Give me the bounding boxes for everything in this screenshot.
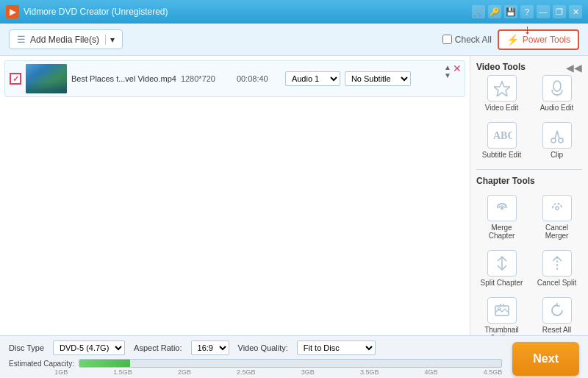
file-thumbnail bbox=[26, 64, 67, 93]
power-tools-arrow: ↓ bbox=[524, 22, 531, 38]
estimated-capacity-label: Estimated Capacity: bbox=[9, 360, 74, 368]
file-list-area: ↑ Best Places t...vel Video.mp4 1280*720… bbox=[0, 56, 470, 335]
check-all-checkbox[interactable] bbox=[442, 35, 452, 44]
svg-line-6 bbox=[555, 131, 557, 139]
bottom-left: Disc Type DVD-5 (4.7G) DVD-9 (8.5G) Aspe… bbox=[9, 340, 502, 376]
toolbar: ↓ ☰ Add Media File(s) ▾ Check All ⚡ Powe… bbox=[0, 24, 588, 56]
svg-point-8 bbox=[501, 207, 503, 210]
cancel-split-tool[interactable]: Cancel Split bbox=[531, 247, 582, 290]
file-duration: 00:08:40 bbox=[237, 74, 281, 83]
settings-row: Disc Type DVD-5 (4.7G) DVD-9 (8.5G) Aspe… bbox=[9, 340, 502, 355]
window-controls: 🛒 🔑 💾 ? — ❐ ✕ bbox=[472, 5, 582, 18]
cancel-split-label: Cancel Split bbox=[537, 279, 576, 287]
add-media-button[interactable]: ☰ Add Media File(s) ▾ bbox=[9, 29, 123, 49]
clip-icon bbox=[542, 122, 572, 149]
svg-point-9 bbox=[556, 207, 559, 210]
svg-line-7 bbox=[557, 131, 559, 139]
bottom-bar: Disc Type DVD-5 (4.7G) DVD-9 (8.5G) Aspe… bbox=[0, 335, 588, 378]
split-chapter-icon bbox=[487, 250, 517, 277]
cancel-merger-icon bbox=[542, 195, 572, 221]
merge-chapter-icon bbox=[487, 195, 517, 221]
audio-edit-tool[interactable]: Audio Edit bbox=[531, 72, 582, 115]
video-edit-icon bbox=[487, 75, 517, 101]
subtitle-edit-icon: ABC bbox=[487, 122, 517, 149]
add-media-icon: ☰ bbox=[17, 34, 26, 45]
video-quality-select[interactable]: Fit to Disc High Quality Medium Quality bbox=[297, 340, 376, 355]
subtitle-select[interactable]: No Subtitle Subtitle 1 bbox=[345, 71, 411, 86]
help-btn[interactable]: ? bbox=[520, 5, 534, 18]
video-edit-tool[interactable]: Video Edit bbox=[476, 72, 527, 115]
merge-chapter-label: Merge Chapter bbox=[478, 224, 526, 240]
subtitle-edit-tool[interactable]: ABC Subtitle Edit bbox=[476, 119, 527, 162]
remove-file-btn[interactable]: ✕ bbox=[453, 63, 462, 74]
merge-chapter-tool[interactable]: Merge Chapter bbox=[476, 192, 527, 243]
check-all-area: Check All bbox=[442, 35, 492, 45]
move-up-btn[interactable]: ▲ bbox=[444, 64, 451, 71]
video-tools-grid: Video Edit Audio Edit ABC Subtitle Edit bbox=[476, 72, 582, 162]
clip-label: Clip bbox=[551, 151, 563, 159]
reset-all-icon bbox=[542, 297, 572, 324]
save-btn[interactable]: 💾 bbox=[504, 5, 517, 18]
audio-select[interactable]: Audio 1 Audio 2 bbox=[285, 71, 340, 86]
main-content: ↑ Best Places t...vel Video.mp4 1280*720… bbox=[0, 56, 588, 335]
svg-text:ABC: ABC bbox=[493, 130, 512, 141]
check-all-label: Check All bbox=[455, 35, 492, 45]
collapse-sidebar-btn[interactable]: ◀◀ bbox=[566, 62, 582, 74]
svg-marker-0 bbox=[494, 82, 510, 96]
minimize-btn[interactable]: — bbox=[537, 5, 550, 18]
store-btn[interactable]: 🛒 bbox=[472, 5, 485, 18]
video-edit-label: Video Edit bbox=[485, 104, 518, 112]
file-order-arrows: ▲ ▼ bbox=[444, 64, 451, 79]
next-button[interactable]: Next bbox=[512, 342, 579, 376]
reset-all-tool[interactable]: Reset All bbox=[531, 294, 582, 335]
right-sidebar: Video Tools ◀◀ Video Edit Audio Edit ABC bbox=[470, 56, 588, 335]
app-icon: ▶ bbox=[6, 5, 19, 18]
split-chapter-tool[interactable]: Split Chapter bbox=[476, 247, 527, 290]
capacity-progress-bar bbox=[79, 359, 502, 368]
move-down-btn[interactable]: ▼ bbox=[444, 72, 451, 79]
power-tools-button[interactable]: ⚡ Power Tools bbox=[498, 29, 579, 50]
cancel-merger-tool[interactable]: Cancel Merger bbox=[531, 192, 582, 243]
power-tools-icon: ⚡ bbox=[506, 34, 519, 46]
file-resolution: 1280*720 bbox=[181, 74, 232, 83]
cancel-split-icon bbox=[542, 250, 572, 277]
clip-tool[interactable]: Clip bbox=[531, 119, 582, 162]
thumbnail-setting-tool[interactable]: Thumbnail Setting bbox=[476, 294, 527, 335]
svg-point-1 bbox=[553, 81, 561, 91]
thumbnail-setting-icon bbox=[487, 297, 517, 324]
thumbnail-setting-label: Thumbnail Setting bbox=[478, 326, 526, 335]
aspect-ratio-select[interactable]: 16:9 4:3 bbox=[191, 340, 229, 355]
subtitle-edit-label: Subtitle Edit bbox=[482, 151, 521, 159]
reset-all-label: Reset All bbox=[542, 326, 571, 334]
close-btn[interactable]: ✕ bbox=[569, 5, 582, 18]
cancel-merger-label: Cancel Merger bbox=[533, 224, 581, 240]
file-checkbox[interactable] bbox=[10, 73, 21, 85]
capacity-row: Estimated Capacity: bbox=[9, 359, 502, 368]
audio-edit-icon bbox=[542, 75, 572, 101]
video-quality-label: Video Quality: bbox=[238, 343, 288, 352]
disc-type-select[interactable]: DVD-5 (4.7G) DVD-9 (8.5G) bbox=[53, 340, 125, 355]
tick-marks-row: 1GB 1.5GB 2GB 2.5GB 3GB 3.5GB 4GB 4.5GB bbox=[9, 368, 502, 376]
restore-btn[interactable]: ❐ bbox=[553, 5, 566, 18]
audio-edit-label: Audio Edit bbox=[540, 104, 574, 112]
bottom-controls: Disc Type DVD-5 (4.7G) DVD-9 (8.5G) Aspe… bbox=[9, 340, 579, 376]
disc-type-label: Disc Type bbox=[9, 343, 44, 352]
table-row: Best Places t...vel Video.mp4 1280*720 0… bbox=[4, 60, 465, 97]
key-btn[interactable]: 🔑 bbox=[488, 5, 501, 18]
add-media-label: Add Media File(s) bbox=[30, 35, 99, 45]
video-tools-title: Video Tools bbox=[476, 62, 526, 72]
app-title: Vidmore DVD Creator (Unregistered) bbox=[24, 7, 472, 17]
chapter-tools-grid: Merge Chapter Cancel Merger bbox=[476, 192, 582, 335]
add-media-dropdown-arrow[interactable]: ▾ bbox=[105, 35, 115, 45]
aspect-ratio-label: Aspect Ratio: bbox=[134, 343, 182, 352]
split-chapter-label: Split Chapter bbox=[481, 279, 523, 287]
chapter-tools-title: Chapter Tools bbox=[476, 176, 582, 186]
file-name: Best Places t...vel Video.mp4 bbox=[71, 74, 176, 83]
title-bar: ▶ Vidmore DVD Creator (Unregistered) 🛒 🔑… bbox=[0, 0, 588, 24]
